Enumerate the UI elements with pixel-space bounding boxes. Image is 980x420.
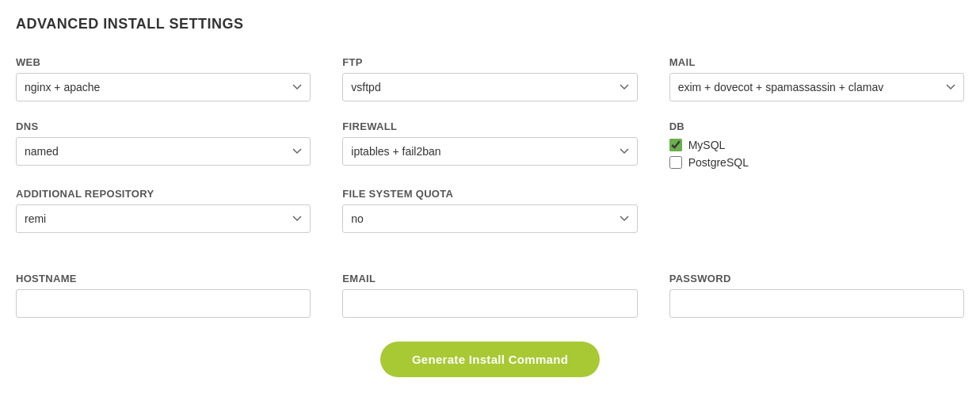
- mail-group: MAIL exim + dovecot + spamassassin + cla…: [669, 56, 964, 101]
- mail-label: MAIL: [669, 56, 964, 68]
- mail-select[interactable]: exim + dovecot + spamassassin + clamav e…: [669, 73, 964, 101]
- web-group: WEB nginx + apache apache nginx none: [16, 56, 311, 101]
- hostname-label: Hostname: [16, 273, 311, 284]
- dns-group: DNS named bind9 none: [16, 120, 311, 169]
- db-label: DB: [669, 120, 964, 132]
- web-label: WEB: [16, 56, 311, 68]
- filesystem-quota-label: File System Quota: [342, 188, 637, 200]
- email-input[interactable]: [342, 289, 637, 318]
- hostname-input[interactable]: [16, 289, 311, 318]
- filesystem-quota-group: File System Quota no yes: [342, 188, 637, 233]
- password-input[interactable]: [669, 289, 964, 318]
- web-select[interactable]: nginx + apache apache nginx none: [16, 73, 311, 101]
- additional-repo-label: Additional Repository: [16, 188, 311, 200]
- generate-install-command-button[interactable]: Generate Install Command: [380, 342, 600, 377]
- mysql-checkbox[interactable]: [669, 139, 682, 151]
- button-row: Generate Install Command: [16, 342, 964, 377]
- dns-label: DNS: [16, 120, 311, 132]
- db-group: DB MySQL PostgreSQL: [669, 120, 964, 169]
- firewall-group: Firewall iptables + fail2ban iptables fa…: [342, 120, 637, 169]
- firewall-select[interactable]: iptables + fail2ban iptables fail2ban no…: [342, 137, 637, 166]
- filesystem-quota-select[interactable]: no yes: [342, 204, 637, 233]
- ftp-group: FTP vsftpd proftpd pure-ftpd none: [342, 56, 637, 101]
- additional-repo-group: Additional Repository remi epel none: [16, 188, 311, 233]
- mysql-label: MySQL: [688, 139, 726, 151]
- email-group: Email: [342, 273, 637, 318]
- dns-select[interactable]: named bind9 none: [16, 137, 311, 166]
- postgresql-label: PostgreSQL: [688, 156, 749, 169]
- hostname-group: Hostname: [16, 273, 311, 318]
- mysql-checkbox-item: MySQL: [669, 139, 964, 151]
- postgresql-checkbox[interactable]: [669, 156, 682, 169]
- ftp-label: FTP: [342, 56, 637, 68]
- additional-repo-select[interactable]: remi epel none: [16, 204, 311, 233]
- email-label: Email: [342, 273, 637, 284]
- postgresql-checkbox-item: PostgreSQL: [669, 156, 964, 169]
- db-checkboxes: MySQL PostgreSQL: [669, 139, 964, 169]
- password-label: Password: [669, 273, 964, 284]
- page-title: ADVANCED INSTALL SETTINGS: [16, 16, 964, 32]
- bottom-grid: Hostname Email Password: [16, 273, 964, 318]
- empty-col-1: [669, 188, 964, 233]
- ftp-select[interactable]: vsftpd proftpd pure-ftpd none: [342, 73, 637, 101]
- password-group: Password: [669, 273, 964, 318]
- spacer: [16, 257, 964, 273]
- firewall-label: Firewall: [342, 120, 637, 132]
